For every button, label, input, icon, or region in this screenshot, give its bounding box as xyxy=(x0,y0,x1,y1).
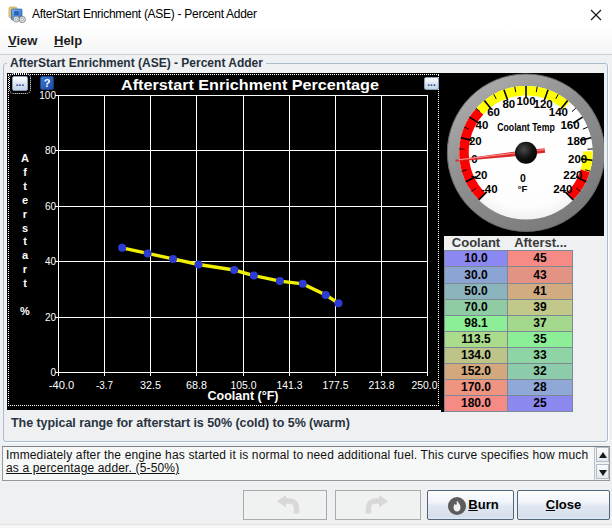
svg-text:220: 220 xyxy=(563,169,582,181)
svg-text:-20: -20 xyxy=(471,169,488,181)
svg-text:140: 140 xyxy=(549,106,568,118)
svg-text:60: 60 xyxy=(487,106,500,118)
svg-text:°F: °F xyxy=(518,183,528,194)
svg-text:240: 240 xyxy=(553,183,572,195)
svg-text:20: 20 xyxy=(469,135,482,147)
svg-text:-40: -40 xyxy=(481,183,498,195)
svg-text:40: 40 xyxy=(476,119,489,131)
svg-text:180: 180 xyxy=(567,135,586,147)
svg-text:200: 200 xyxy=(568,153,587,165)
svg-text:160: 160 xyxy=(560,119,579,131)
svg-text:80: 80 xyxy=(502,98,515,110)
svg-text:Coolant Temp: Coolant Temp xyxy=(497,122,555,133)
